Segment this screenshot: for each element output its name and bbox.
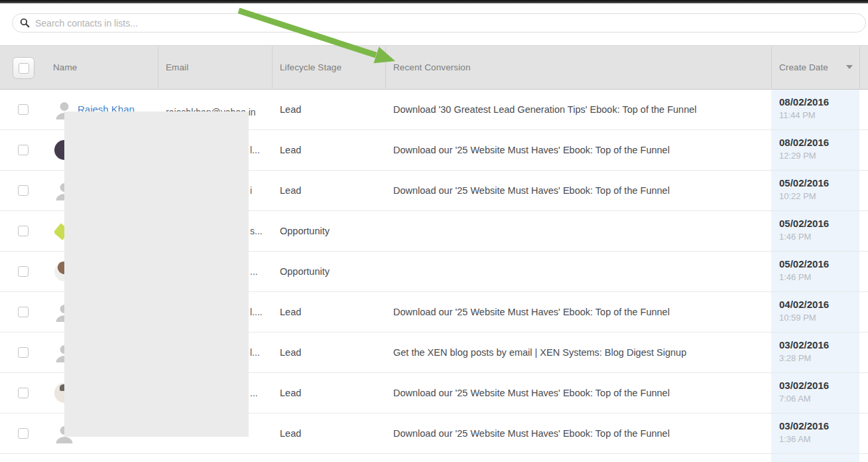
contact-email-truncated: l... <box>250 145 260 155</box>
contact-email-truncated: l.... <box>250 307 263 317</box>
column-header-email[interactable]: Email <box>166 46 188 89</box>
recent-conversion-cell: Download our '25 Website Must Haves' Ebo… <box>393 388 670 398</box>
create-date: 03/02/2016 <box>779 339 859 350</box>
contacts-list-screen: Name Email Lifecycle Stage Recent Conver… <box>0 0 868 462</box>
row-checkbox[interactable] <box>18 145 29 155</box>
lifecycle-stage-cell: Lead <box>280 104 301 115</box>
create-time: 1:36 AM <box>779 434 859 444</box>
column-divider <box>859 46 860 88</box>
table-row-partial <box>0 454 868 462</box>
row-checkbox[interactable] <box>18 104 29 115</box>
select-all-button[interactable] <box>13 57 34 79</box>
create-date: 08/02/2016 <box>779 137 859 148</box>
column-header-conversion[interactable]: Recent Conversion <box>393 46 471 89</box>
browser-top-strip <box>0 0 868 3</box>
select-all-checkbox[interactable] <box>19 63 29 74</box>
create-date: 05/02/2016 <box>779 177 859 189</box>
create-time: 10:59 PM <box>779 313 859 323</box>
create-date: 05/02/2016 <box>779 258 859 270</box>
create-date: 03/02/2016 <box>779 420 859 431</box>
row-checkbox[interactable] <box>18 226 29 236</box>
contact-email-truncated: s... <box>250 226 263 236</box>
redaction-box <box>64 112 249 437</box>
create-time: 7:06 AM <box>779 394 859 404</box>
column-divider <box>158 46 158 88</box>
create-date-cell: 08/02/2016 12:29 PM <box>771 130 859 170</box>
create-time: 11:44 PM <box>779 110 859 120</box>
create-date-cell: 03/02/2016 3:28 PM <box>771 333 859 372</box>
contact-email-truncated: i <box>250 185 252 196</box>
search-bar[interactable] <box>12 13 866 33</box>
create-date-cell: 03/02/2016 1:36 AM <box>771 414 859 453</box>
row-checkbox[interactable] <box>18 266 29 277</box>
recent-conversion-cell: Download our '25 Website Must Haves' Ebo… <box>393 307 670 317</box>
column-divider <box>771 46 772 88</box>
row-checkbox[interactable] <box>18 428 29 439</box>
lifecycle-stage-cell: Lead <box>280 307 301 317</box>
create-date: 03/02/2016 <box>779 380 859 391</box>
create-date-cell: 05/02/2016 1:46 PM <box>771 252 859 291</box>
lifecycle-stage-cell: Lead <box>280 185 301 196</box>
lifecycle-stage-cell: Lead <box>280 145 301 155</box>
row-checkbox[interactable] <box>18 347 29 358</box>
create-time: 3:28 PM <box>779 353 859 363</box>
column-header-lifecycle[interactable]: Lifecycle Stage <box>280 46 341 89</box>
recent-conversion-cell: Download our '25 Website Must Haves' Ebo… <box>393 428 670 439</box>
lifecycle-stage-cell: Opportunity <box>280 226 330 236</box>
lifecycle-stage-cell: Lead <box>280 428 301 439</box>
create-time: 1:46 PM <box>779 232 859 242</box>
create-time: 1:46 PM <box>779 272 859 282</box>
create-date-cell: 08/02/2016 11:44 PM <box>771 90 859 129</box>
create-time: 12:29 PM <box>779 151 859 161</box>
create-date-cell: 04/02/2016 10:59 PM <box>771 292 859 332</box>
table-header: Name Email Lifecycle Stage Recent Conver… <box>0 45 868 90</box>
recent-conversion-cell: Download our '25 Website Must Haves' Ebo… <box>393 185 670 196</box>
search-icon <box>20 18 30 28</box>
column-header-create-date[interactable]: Create Date <box>779 46 828 89</box>
contact-email-truncated: ... <box>250 388 258 398</box>
search-input[interactable] <box>35 18 857 29</box>
contact-email-truncated: l... <box>250 347 260 358</box>
sort-caret-icon[interactable] <box>846 65 853 69</box>
lifecycle-stage-cell: Lead <box>280 347 301 358</box>
create-time: 10:22 PM <box>779 191 859 201</box>
create-date-cell: 05/02/2016 1:46 PM <box>771 211 859 251</box>
create-date-cell: 05/02/2016 10:22 PM <box>771 171 859 210</box>
recent-conversion-cell: Download our '25 Website Must Haves' Ebo… <box>393 145 670 155</box>
create-date: 05/02/2016 <box>779 218 859 229</box>
create-date-cell <box>771 454 859 462</box>
row-checkbox[interactable] <box>18 388 29 398</box>
create-date-cell: 03/02/2016 7:06 AM <box>771 373 859 413</box>
create-date: 04/02/2016 <box>779 299 859 310</box>
lifecycle-stage-cell: Opportunity <box>280 266 330 277</box>
row-checkbox[interactable] <box>18 185 29 196</box>
create-date: 08/02/2016 <box>779 96 859 108</box>
recent-conversion-cell: Download '30 Greatest Lead Generation Ti… <box>393 104 696 115</box>
column-divider <box>272 46 273 88</box>
contact-email-truncated: ... <box>250 266 258 277</box>
row-checkbox[interactable] <box>18 307 29 317</box>
column-header-name[interactable]: Name <box>53 46 77 89</box>
recent-conversion-cell: Get the XEN blog posts by email | XEN Sy… <box>393 347 686 358</box>
column-divider <box>385 46 386 88</box>
lifecycle-stage-cell: Lead <box>280 388 301 398</box>
